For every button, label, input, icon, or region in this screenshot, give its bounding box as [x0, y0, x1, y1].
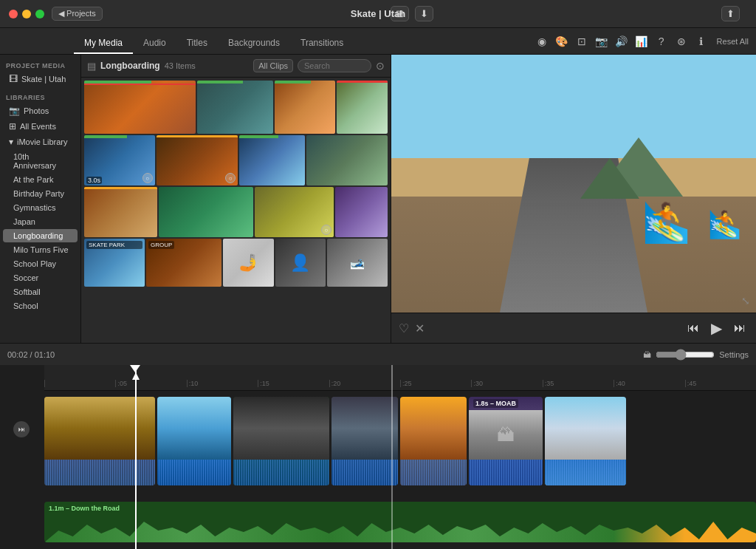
video-clip-7[interactable]: [545, 397, 626, 485]
fullscreen-button[interactable]: [35, 10, 44, 18]
reset-all-button[interactable]: Reset All: [717, 37, 749, 46]
camera-overlay-button[interactable]: 📷: [594, 33, 610, 50]
track-labels: ⏭: [0, 393, 43, 549]
video-clip-moab[interactable]: 1.8s – MOAB 🏔: [469, 397, 543, 485]
media-browser: ▤ Longboarding 43 Items All Clips ⊙: [81, 55, 391, 343]
skip-forward-button[interactable]: ⏭: [731, 320, 749, 336]
sidebar-item-at-the-park[interactable]: At the Park: [3, 173, 78, 186]
media-thumbnail[interactable]: ○: [255, 187, 334, 237]
share-button[interactable]: ⬆: [721, 6, 740, 21]
video-clip-4[interactable]: [331, 397, 398, 485]
tab-audio[interactable]: Audio: [133, 33, 176, 54]
play-pause-button[interactable]: ▶: [708, 318, 725, 338]
tab-backgrounds[interactable]: Backgrounds: [218, 33, 290, 54]
traffic-lights: [9, 10, 44, 18]
color-correction-button[interactable]: ◉: [534, 33, 550, 50]
help-button[interactable]: ?: [653, 33, 670, 50]
media-thumbnail[interactable]: [197, 81, 273, 134]
tab-transitions[interactable]: Transitions: [290, 33, 354, 54]
video-clip-great-skate-trip[interactable]: 4.0s – THE GREAT SKATE TRIP: [44, 397, 155, 485]
media-search-input[interactable]: [298, 59, 371, 72]
favorite-button[interactable]: ♡: [399, 321, 409, 335]
current-time: 00:02 / 01:10: [7, 350, 55, 359]
upper-section: PROJECT MEDIA 🎞 Skate | Utah LIBRARIES 📷…: [0, 55, 756, 343]
sidebar-item-birthday-party[interactable]: Birthday Party: [3, 187, 78, 200]
reject-button[interactable]: ✕: [415, 321, 425, 335]
music-waveform: [44, 513, 756, 542]
timeline: :05 :10 :15 :20 :25 :30 :35 :40 :45 ⏭ 4.…: [0, 365, 756, 549]
sidebar-item-japan[interactable]: Japan: [3, 215, 78, 228]
info-button[interactable]: ℹ: [693, 33, 709, 50]
zoom-icon: 🏔: [643, 350, 651, 359]
stats-button[interactable]: 📊: [633, 33, 650, 50]
tab-titles[interactable]: Titles: [176, 33, 218, 54]
crop-button[interactable]: ⊡: [574, 33, 590, 50]
sidebar-item-school-play[interactable]: School Play: [3, 257, 78, 270]
import-button[interactable]: ⬇: [415, 6, 433, 21]
media-thumbnail[interactable]: 3.0s ○: [84, 135, 155, 185]
ruler-mark: :35: [543, 380, 614, 387]
video-clip-3[interactable]: [233, 397, 329, 485]
media-thumbnail[interactable]: [84, 81, 196, 134]
media-thumbnail[interactable]: [84, 187, 157, 237]
resize-handle[interactable]: ⤡: [741, 295, 750, 307]
toolbar: My Media Audio Titles Backgrounds Transi…: [0, 28, 756, 55]
media-thumbnail[interactable]: SKATE PARK: [84, 239, 145, 287]
sidebar-item-soccer[interactable]: Soccer: [3, 271, 78, 284]
media-filter-dropdown[interactable]: All Clips: [253, 59, 293, 72]
zoom-slider[interactable]: [656, 349, 715, 361]
sidebar-item-project[interactable]: 🎞 Skate | Utah: [3, 72, 78, 86]
media-thumbnail[interactable]: 👤: [275, 239, 326, 287]
sidebar-item-softball[interactable]: Softball: [3, 285, 78, 299]
media-thumbnail[interactable]: 🤳: [223, 239, 273, 287]
minimize-button[interactable]: [22, 10, 31, 18]
close-button[interactable]: [9, 10, 18, 18]
audio-button[interactable]: 🔊: [614, 33, 630, 50]
ground-shadow: [391, 197, 756, 313]
video-clip-5[interactable]: [400, 397, 467, 485]
skip-back-button[interactable]: ⏮: [684, 320, 702, 336]
ruler-mark: :20: [329, 380, 400, 387]
ruler-mark: :40: [614, 380, 684, 387]
media-thumbnail[interactable]: [239, 135, 304, 185]
media-thumbnail[interactable]: GROUP: [146, 239, 221, 287]
media-thumbnail[interactable]: [335, 187, 388, 237]
media-thumbnail[interactable]: [159, 187, 253, 237]
music-track[interactable]: 1.1m – Down the Road: [44, 502, 756, 542]
media-row: ○: [84, 187, 388, 237]
sidebar-item-gymnastics[interactable]: Gymnastics: [3, 201, 78, 214]
media-thumbnail[interactable]: [306, 135, 388, 185]
media-thumbnail[interactable]: 🎿: [327, 239, 388, 287]
tab-my-media[interactable]: My Media: [74, 33, 133, 54]
sidebar-item-all-events[interactable]: ⊞ All Events: [3, 119, 78, 134]
settings-label[interactable]: Settings: [719, 350, 749, 359]
noise-reduction-button[interactable]: ⊛: [673, 33, 690, 50]
media-browser-title: Longboarding: [100, 61, 160, 71]
timeline-settings: 🏔 Settings: [643, 349, 749, 361]
titlebar: ◀ Projects ⊞ ⬇ Skate | Utah ⬆: [0, 0, 756, 28]
secondary-marker: [391, 365, 393, 549]
sidebar-item-school[interactable]: School: [3, 299, 78, 313]
all-events-label: All Events: [20, 122, 56, 131]
media-thumbnail[interactable]: ○: [157, 135, 238, 185]
clip-audio-waveform: [545, 460, 626, 485]
media-thumbnail[interactable]: [337, 81, 388, 134]
filter-button[interactable]: 🎨: [554, 33, 570, 50]
back-to-projects-button[interactable]: ◀ Projects: [52, 7, 103, 21]
sidebar-item-imovie-library[interactable]: ▾ iMovie Library: [3, 134, 78, 149]
sidebar-item-milo-turns-five[interactable]: Milo Turns Five: [3, 243, 78, 256]
timeline-ruler: :05 :10 :15 :20 :25 :30 :35 :40 :45: [44, 365, 756, 391]
project-name: Skate | Utah: [21, 75, 66, 83]
playhead[interactable]: [135, 365, 137, 549]
media-settings-button[interactable]: ⊙: [376, 60, 385, 72]
preview-video[interactable]: 🏄 🏄 ⤡: [391, 55, 756, 313]
track-skip-button[interactable]: ⏭: [13, 421, 30, 437]
sidebar-item-10th-anniversary[interactable]: 10th Anniversary: [3, 150, 78, 172]
sidebar-item-longboarding[interactable]: Longboarding: [3, 229, 78, 242]
sidebar-item-photos[interactable]: 📷 Photos: [3, 103, 78, 118]
media-thumbnail[interactable]: [275, 81, 335, 134]
clip-audio-waveform: [331, 460, 398, 485]
media-item-count: 43 Items: [165, 61, 196, 70]
video-clip-2[interactable]: [157, 397, 231, 485]
ruler-mark: [44, 380, 115, 387]
